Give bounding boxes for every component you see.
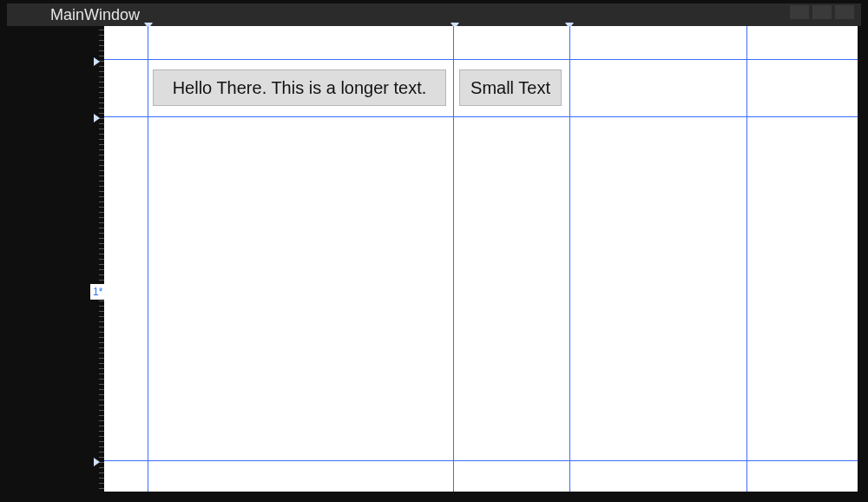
- button-hello-label: Hello There. This is a longer text.: [173, 78, 427, 98]
- grid-marker-row-starb[interactable]: [94, 458, 100, 466]
- button-small-label: Small Text: [470, 78, 550, 98]
- gridline-h-2: [104, 460, 858, 461]
- button-hello[interactable]: Hello There. This is a longer text.: [153, 69, 446, 106]
- gridline-v-2: [569, 26, 570, 492]
- grid-marker-row-0t[interactable]: [94, 57, 100, 66]
- button-small[interactable]: Small Text: [459, 69, 562, 106]
- gridline-v-1: [453, 26, 454, 492]
- gridline-h-1: [104, 116, 858, 117]
- row-height-label-star[interactable]: 1*: [90, 284, 105, 300]
- gridline-v-0: [148, 26, 148, 492]
- window-controls: [790, 5, 854, 19]
- maximize-button[interactable]: [812, 5, 832, 19]
- window-title: MainWindow: [50, 6, 140, 24]
- minimize-button[interactable]: [790, 5, 809, 19]
- gridline-h-0: [104, 59, 858, 60]
- window-titlebar[interactable]: MainWindow: [7, 3, 861, 26]
- close-button[interactable]: [835, 5, 854, 19]
- wpf-grid[interactable]: Hello There. This is a longer text. Smal…: [104, 26, 858, 492]
- grid-marker-row-0b[interactable]: [94, 114, 100, 122]
- gridline-v-3: [746, 26, 747, 492]
- designer-surface: (191.707) (72.883) 1* MainWindow 1* Hell…: [0, 0, 868, 502]
